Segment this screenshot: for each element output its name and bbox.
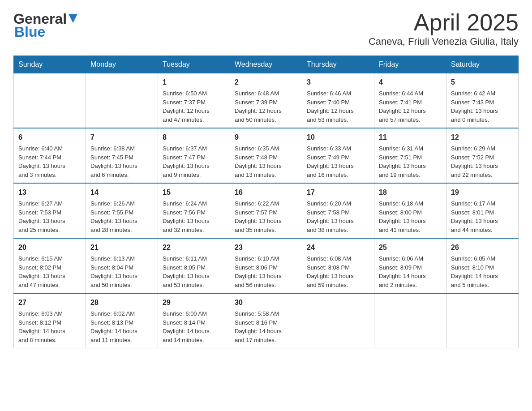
header-friday: Friday bbox=[374, 56, 446, 73]
day-number: 25 bbox=[379, 242, 442, 253]
day-number: 1 bbox=[163, 77, 225, 88]
day-number: 19 bbox=[451, 187, 514, 198]
day-number: 12 bbox=[451, 132, 514, 143]
calendar-cell-w3-d6: 18Sunrise: 6:18 AM Sunset: 8:00 PM Dayli… bbox=[374, 183, 446, 238]
day-info: Sunrise: 6:44 AM Sunset: 7:41 PM Dayligh… bbox=[379, 89, 442, 124]
calendar-cell-w4-d7: 26Sunrise: 6:05 AM Sunset: 8:10 PM Dayli… bbox=[446, 238, 519, 293]
calendar-cell-w4-d4: 23Sunrise: 6:10 AM Sunset: 8:06 PM Dayli… bbox=[230, 238, 302, 293]
calendar-week-3: 13Sunrise: 6:27 AM Sunset: 7:53 PM Dayli… bbox=[14, 183, 519, 238]
logo: General Blue bbox=[13, 11, 79, 40]
calendar-table: Sunday Monday Tuesday Wednesday Thursday… bbox=[13, 56, 519, 348]
day-info: Sunrise: 6:13 AM Sunset: 8:04 PM Dayligh… bbox=[90, 254, 153, 289]
day-info: Sunrise: 6:03 AM Sunset: 8:12 PM Dayligh… bbox=[18, 309, 81, 344]
calendar-cell-w2-d1: 6Sunrise: 6:40 AM Sunset: 7:44 PM Daylig… bbox=[14, 128, 86, 183]
calendar-cell-w5-d3: 29Sunrise: 6:00 AM Sunset: 8:14 PM Dayli… bbox=[158, 293, 230, 348]
day-number: 5 bbox=[451, 77, 514, 88]
day-number: 21 bbox=[90, 242, 153, 253]
day-number: 13 bbox=[18, 187, 81, 198]
title-block: April 2025 Caneva, Friuli Venezia Giulia… bbox=[369, 11, 519, 47]
day-info: Sunrise: 6:27 AM Sunset: 7:53 PM Dayligh… bbox=[18, 199, 81, 234]
calendar-cell-w2-d7: 12Sunrise: 6:29 AM Sunset: 7:52 PM Dayli… bbox=[446, 128, 519, 183]
day-info: Sunrise: 6:46 AM Sunset: 7:40 PM Dayligh… bbox=[307, 89, 369, 124]
day-number: 4 bbox=[379, 77, 442, 88]
calendar-cell-w1-d3: 1Sunrise: 6:50 AM Sunset: 7:37 PM Daylig… bbox=[158, 73, 230, 128]
header-wednesday: Wednesday bbox=[230, 56, 302, 73]
day-info: Sunrise: 6:10 AM Sunset: 8:06 PM Dayligh… bbox=[235, 254, 297, 289]
calendar-cell-w3-d7: 19Sunrise: 6:17 AM Sunset: 8:01 PM Dayli… bbox=[446, 183, 519, 238]
calendar-week-4: 20Sunrise: 6:15 AM Sunset: 8:02 PM Dayli… bbox=[14, 238, 519, 293]
day-info: Sunrise: 6:18 AM Sunset: 8:00 PM Dayligh… bbox=[379, 199, 442, 234]
day-info: Sunrise: 6:40 AM Sunset: 7:44 PM Dayligh… bbox=[18, 144, 81, 179]
day-number: 22 bbox=[163, 242, 225, 253]
day-info: Sunrise: 6:11 AM Sunset: 8:05 PM Dayligh… bbox=[163, 254, 225, 289]
day-number: 10 bbox=[307, 132, 369, 143]
calendar-cell-w5-d5 bbox=[302, 293, 374, 348]
day-number: 11 bbox=[379, 132, 442, 143]
calendar-cell-w3-d4: 16Sunrise: 6:22 AM Sunset: 7:57 PM Dayli… bbox=[230, 183, 302, 238]
day-number: 30 bbox=[235, 297, 297, 308]
day-number: 16 bbox=[235, 187, 297, 198]
day-number: 14 bbox=[90, 187, 153, 198]
calendar-cell-w5-d7 bbox=[446, 293, 519, 348]
day-number: 18 bbox=[379, 187, 442, 198]
calendar-cell-w4-d5: 24Sunrise: 6:08 AM Sunset: 8:08 PM Dayli… bbox=[302, 238, 374, 293]
calendar-cell-w2-d5: 10Sunrise: 6:33 AM Sunset: 7:49 PM Dayli… bbox=[302, 128, 374, 183]
day-number: 24 bbox=[307, 242, 369, 253]
day-number: 3 bbox=[307, 77, 369, 88]
day-info: Sunrise: 6:20 AM Sunset: 7:58 PM Dayligh… bbox=[307, 199, 369, 234]
calendar-cell-w3-d5: 17Sunrise: 6:20 AM Sunset: 7:58 PM Dayli… bbox=[302, 183, 374, 238]
calendar-cell-w3-d3: 15Sunrise: 6:24 AM Sunset: 7:56 PM Dayli… bbox=[158, 183, 230, 238]
header-saturday: Saturday bbox=[446, 56, 519, 73]
calendar-cell-w5-d6 bbox=[374, 293, 446, 348]
day-number: 26 bbox=[451, 242, 514, 253]
calendar-cell-w3-d1: 13Sunrise: 6:27 AM Sunset: 7:53 PM Dayli… bbox=[14, 183, 86, 238]
svg-marker-0 bbox=[69, 14, 77, 23]
day-number: 9 bbox=[235, 132, 297, 143]
day-number: 27 bbox=[18, 297, 81, 308]
day-info: Sunrise: 6:38 AM Sunset: 7:45 PM Dayligh… bbox=[90, 144, 153, 179]
day-info: Sunrise: 6:33 AM Sunset: 7:49 PM Dayligh… bbox=[307, 144, 369, 179]
calendar-cell-w1-d5: 3Sunrise: 6:46 AM Sunset: 7:40 PM Daylig… bbox=[302, 73, 374, 128]
day-number: 15 bbox=[163, 187, 225, 198]
calendar-cell-w4-d2: 21Sunrise: 6:13 AM Sunset: 8:04 PM Dayli… bbox=[86, 238, 158, 293]
logo-blue: Blue bbox=[14, 24, 45, 40]
logo-triangle-icon bbox=[67, 11, 79, 26]
day-info: Sunrise: 6:37 AM Sunset: 7:47 PM Dayligh… bbox=[163, 144, 225, 179]
calendar-cell-w5-d2: 28Sunrise: 6:02 AM Sunset: 8:13 PM Dayli… bbox=[86, 293, 158, 348]
day-number: 23 bbox=[235, 242, 297, 253]
month-year-title: April 2025 bbox=[369, 11, 519, 34]
calendar-cell-w5-d1: 27Sunrise: 6:03 AM Sunset: 8:12 PM Dayli… bbox=[14, 293, 86, 348]
day-number: 2 bbox=[235, 77, 297, 88]
calendar-cell-w1-d7: 5Sunrise: 6:42 AM Sunset: 7:43 PM Daylig… bbox=[446, 73, 519, 128]
day-info: Sunrise: 6:24 AM Sunset: 7:56 PM Dayligh… bbox=[163, 199, 225, 234]
calendar-week-5: 27Sunrise: 6:03 AM Sunset: 8:12 PM Dayli… bbox=[14, 293, 519, 348]
calendar-cell-w1-d4: 2Sunrise: 6:48 AM Sunset: 7:39 PM Daylig… bbox=[230, 73, 302, 128]
day-number: 7 bbox=[90, 132, 153, 143]
day-info: Sunrise: 6:22 AM Sunset: 7:57 PM Dayligh… bbox=[235, 199, 297, 234]
calendar-cell-w4-d3: 22Sunrise: 6:11 AM Sunset: 8:05 PM Dayli… bbox=[158, 238, 230, 293]
day-info: Sunrise: 6:31 AM Sunset: 7:51 PM Dayligh… bbox=[379, 144, 442, 179]
calendar-header-row: Sunday Monday Tuesday Wednesday Thursday… bbox=[14, 56, 519, 73]
calendar-cell-w1-d6: 4Sunrise: 6:44 AM Sunset: 7:41 PM Daylig… bbox=[374, 73, 446, 128]
day-number: 17 bbox=[307, 187, 369, 198]
calendar-cell-w4-d6: 25Sunrise: 6:06 AM Sunset: 8:09 PM Dayli… bbox=[374, 238, 446, 293]
calendar-cell-w2-d2: 7Sunrise: 6:38 AM Sunset: 7:45 PM Daylig… bbox=[86, 128, 158, 183]
header-monday: Monday bbox=[86, 56, 158, 73]
calendar-cell-w1-d2 bbox=[86, 73, 158, 128]
page-header: General Blue April 2025 Caneva, Friuli V… bbox=[13, 11, 519, 47]
day-info: Sunrise: 6:35 AM Sunset: 7:48 PM Dayligh… bbox=[235, 144, 297, 179]
day-info: Sunrise: 6:15 AM Sunset: 8:02 PM Dayligh… bbox=[18, 254, 81, 289]
location-subtitle: Caneva, Friuli Venezia Giulia, Italy bbox=[369, 36, 519, 47]
day-info: Sunrise: 6:06 AM Sunset: 8:09 PM Dayligh… bbox=[379, 254, 442, 289]
day-info: Sunrise: 6:00 AM Sunset: 8:14 PM Dayligh… bbox=[163, 309, 225, 344]
day-info: Sunrise: 6:02 AM Sunset: 8:13 PM Dayligh… bbox=[90, 309, 153, 344]
calendar-cell-w4-d1: 20Sunrise: 6:15 AM Sunset: 8:02 PM Dayli… bbox=[14, 238, 86, 293]
day-number: 8 bbox=[163, 132, 225, 143]
calendar-week-2: 6Sunrise: 6:40 AM Sunset: 7:44 PM Daylig… bbox=[14, 128, 519, 183]
day-info: Sunrise: 6:05 AM Sunset: 8:10 PM Dayligh… bbox=[451, 254, 514, 289]
header-sunday: Sunday bbox=[14, 56, 86, 73]
calendar-cell-w5-d4: 30Sunrise: 5:58 AM Sunset: 8:16 PM Dayli… bbox=[230, 293, 302, 348]
day-number: 29 bbox=[163, 297, 225, 308]
day-number: 28 bbox=[90, 297, 153, 308]
calendar-cell-w2-d6: 11Sunrise: 6:31 AM Sunset: 7:51 PM Dayli… bbox=[374, 128, 446, 183]
